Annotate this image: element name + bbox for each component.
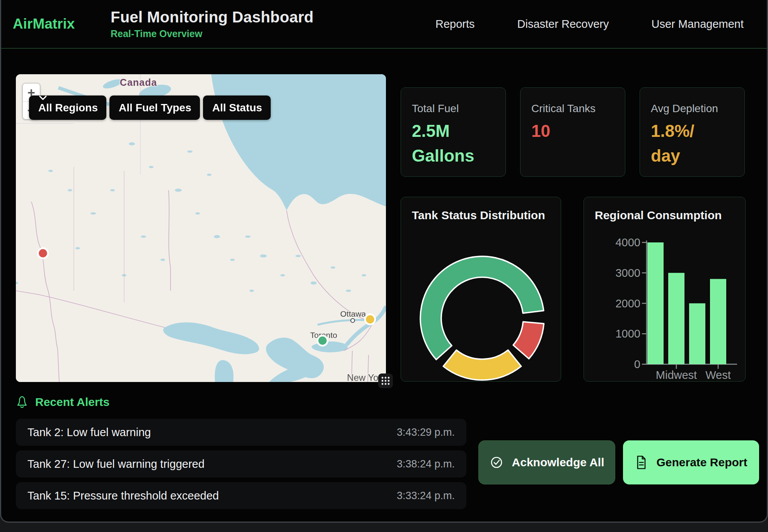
stat-card-avg-depletion: Avg Depletion1.8%/day — [640, 87, 745, 177]
title-block: Fuel Monitoring Dashboard Real-Time Over… — [111, 9, 314, 39]
alert-list: Tank 2: Low fuel warning3:43:29 p.m.Tank… — [16, 419, 466, 509]
alert-timestamp: 3:43:29 p.m. — [397, 426, 455, 438]
nav-item-reports[interactable]: Reports — [435, 18, 475, 31]
check-circle-icon — [490, 455, 503, 469]
nav-item-disaster-recovery[interactable]: Disaster Recovery — [517, 18, 609, 31]
stat-card-total-fuel: Total Fuel2.5MGallons — [401, 87, 506, 177]
stat-label: Avg Depletion — [651, 102, 734, 115]
stat-card-critical-tanks: Critical Tanks10 — [520, 87, 625, 177]
tank-status-donut-chart — [401, 197, 561, 382]
donut-segment-warning — [443, 350, 521, 380]
page-subtitle: Real-Time Overview — [111, 28, 314, 39]
generate-report-label: Generate Report — [656, 456, 747, 469]
screen: AirMatrix Fuel Monitoring Dashboard Real… — [0, 0, 768, 532]
alerts-header: Recent Alerts — [16, 395, 109, 409]
bar-midwest — [668, 273, 684, 364]
stat-label: Critical Tanks — [531, 102, 614, 115]
donut-segment-critical — [513, 322, 544, 359]
bar-region-1 — [647, 242, 664, 364]
y-tick-label: 3000 — [615, 267, 640, 279]
filter-label: All Status — [212, 102, 262, 114]
generate-report-button[interactable]: Generate Report — [623, 440, 759, 484]
tank-marker-critical[interactable] — [38, 248, 48, 258]
filter-label: All Fuel Types — [119, 102, 191, 114]
tank-marker-operational[interactable] — [317, 336, 328, 346]
map-label-canada: Canada — [120, 77, 157, 88]
nav-item-user-management[interactable]: User Management — [651, 18, 744, 31]
y-tick-label: 4000 — [615, 236, 640, 249]
app-logo: AirMatrix — [13, 16, 111, 32]
drag-handle-icon[interactable] — [378, 373, 393, 388]
ottawa-town-icon — [351, 319, 355, 322]
x-tick-label: West — [705, 369, 731, 381]
alert-timestamp: 3:33:24 p.m. — [397, 490, 455, 502]
alert-row[interactable]: Tank 15: Pressure threshold exceeded3:33… — [16, 482, 466, 509]
page-title: Fuel Monitoring Dashboard — [111, 9, 314, 26]
stat-label: Total Fuel — [412, 102, 495, 115]
x-tick-label: Midwest — [656, 369, 697, 381]
filter-dropdown-all-fuel-types[interactable]: All Fuel Types — [109, 95, 200, 120]
acknowledge-all-label: Acknowledge All — [512, 456, 604, 469]
alert-row[interactable]: Tank 27: Low fuel warning triggered3:38:… — [16, 450, 466, 477]
chevron-down-icon — [39, 95, 47, 100]
alert-message: Tank 15: Pressure threshold exceeded — [27, 489, 219, 502]
alert-message: Tank 2: Low fuel warning — [27, 426, 151, 439]
regional-consumption-card: Regional Consumption 01000200030004000Mi… — [584, 197, 746, 382]
fuel-map[interactable]: Canada Ottawa Toronto New York + − All R… — [16, 74, 386, 382]
tank-status-card: Tank Status Distribution — [401, 197, 561, 382]
filter-label: All Regions — [38, 102, 98, 114]
y-tick-label: 0 — [634, 358, 640, 370]
main-nav: ReportsDisaster RecoveryUser Management — [435, 18, 744, 31]
y-tick-label: 2000 — [615, 297, 640, 310]
header: AirMatrix Fuel Monitoring Dashboard Real… — [1, 0, 767, 49]
document-icon — [635, 455, 648, 470]
regional-consumption-bar-chart: 01000200030004000MidwestWest — [584, 197, 746, 382]
bar-region-3 — [689, 304, 705, 365]
bell-icon — [16, 395, 28, 409]
map-label-ottawa: Ottawa — [340, 309, 366, 318]
bar-west — [710, 279, 726, 365]
donut-chart-title: Tank Status Distribution — [412, 209, 545, 222]
alert-row[interactable]: Tank 2: Low fuel warning3:43:29 p.m. — [16, 419, 466, 446]
alert-message: Tank 27: Low fuel warning triggered — [27, 458, 205, 471]
acknowledge-all-button[interactable]: Acknowledge All — [478, 440, 615, 484]
tank-marker-warning[interactable] — [365, 314, 375, 324]
y-tick-label: 1000 — [615, 327, 640, 340]
alert-timestamp: 3:38:24 p.m. — [397, 458, 455, 470]
grip-dots-icon — [381, 376, 390, 385]
bar-chart-title: Regional Consumption — [595, 209, 722, 222]
stat-value: 1.8%/day — [651, 119, 734, 168]
map-canvas: Canada Ottawa Toronto New York — [16, 74, 386, 382]
stat-value: 2.5MGallons — [412, 119, 495, 168]
stats-row: Total Fuel2.5MGallonsCritical Tanks10Avg… — [401, 87, 745, 177]
filter-dropdown-all-status[interactable]: All Status — [203, 95, 271, 120]
stat-value: 10 — [531, 119, 614, 143]
map-filters: All RegionsAll Fuel TypesAll Status — [29, 95, 271, 120]
dashboard-app: AirMatrix Fuel Monitoring Dashboard Real… — [0, 0, 768, 523]
alerts-title: Recent Alerts — [35, 396, 109, 409]
